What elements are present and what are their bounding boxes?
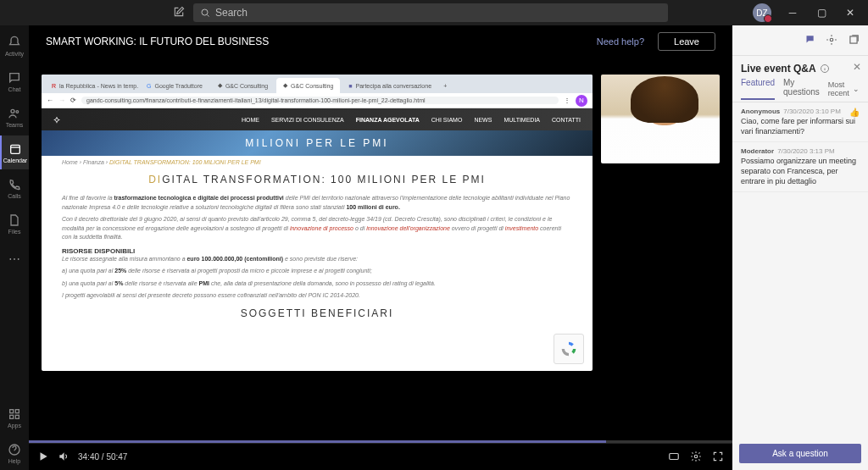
article-paragraph: Al fine di favorire la trasformazione te… — [62, 194, 572, 212]
qna-icon — [804, 34, 815, 46]
volume-button[interactable] — [58, 451, 70, 464]
files-icon — [8, 213, 21, 227]
qa-timestamp: 7/30/2020 3:10 PM — [783, 108, 841, 115]
rail-help[interactable]: Help — [0, 436, 29, 470]
qa-sort[interactable]: Most recent ⌄ — [828, 80, 868, 97]
site-nav-item[interactable]: HOME — [242, 117, 259, 123]
browser-tabstrip: Rla Repubblica - News in temp… GGoogle T… — [42, 75, 593, 93]
article-paragraph: a) una quota pari al 25% delle risorse è… — [62, 267, 572, 276]
recaptcha-badge — [554, 334, 584, 364]
window-close[interactable]: ✕ — [836, 0, 865, 25]
player-time: 34:40 / 50:47 — [78, 452, 127, 462]
svg-rect-6 — [10, 415, 14, 418]
site-nav-item[interactable]: SERVIZI DI CONSULENZA — [271, 117, 344, 123]
cc-button[interactable] — [668, 451, 680, 464]
browser-tab[interactable]: Rla Repubblica - News in temp… — [45, 78, 138, 93]
gear-icon — [690, 451, 702, 462]
rail-files[interactable]: Files — [0, 207, 29, 241]
settings-button[interactable] — [690, 451, 702, 464]
ask-question-button[interactable]: Ask a question — [739, 444, 861, 463]
url-field[interactable]: gandc-consulting.com/finanza/contributi-… — [81, 97, 559, 104]
rail-apps[interactable]: Apps — [0, 401, 29, 434]
site-nav-item[interactable]: NEWS — [474, 117, 492, 123]
article-subhead: SOGGETTI BENEFICIARI — [62, 307, 572, 319]
close-icon[interactable]: ✕ — [853, 61, 861, 73]
event-main: SMART WORKING: IL FUTURO DEL BUSINESS Ne… — [29, 25, 732, 470]
need-help-link[interactable]: Need help? — [597, 36, 644, 47]
help-icon — [8, 443, 21, 456]
qa-text: Ciao, come fare per informarsi sui vari … — [741, 117, 860, 136]
search-placeholder: Search — [215, 7, 248, 19]
qa-tool-qna[interactable] — [804, 34, 815, 47]
svg-point-1 — [11, 109, 14, 113]
info-icon[interactable] — [820, 64, 830, 74]
svg-rect-7 — [15, 415, 19, 418]
browser-addressbar: ← → ⟳ gandc-consulting.com/finanza/contr… — [42, 93, 593, 108]
window-maximize[interactable]: ▢ — [807, 0, 836, 25]
svg-rect-9 — [670, 453, 679, 459]
browser-tab[interactable]: ◆G&C Consulting — [211, 78, 275, 93]
profile-badge[interactable]: N — [576, 95, 587, 107]
svg-rect-4 — [10, 409, 14, 412]
svg-rect-3 — [11, 145, 20, 153]
browser-tab[interactable]: ◆G&C Consulting — [276, 78, 340, 93]
rail-teams[interactable]: Teams — [0, 100, 29, 134]
calendar-icon — [8, 142, 22, 156]
article-paragraph: I progetti agevolabili ai sensi del pres… — [62, 291, 572, 301]
play-button[interactable] — [37, 451, 49, 464]
like-icon[interactable]: 👍 — [849, 108, 860, 117]
app-rail: Activity Chat Teams Calendar Calls Files… — [0, 25, 29, 470]
article-paragraph: b) una quota pari al 5% delle risorse è … — [62, 279, 572, 289]
qa-text: Possiamo organizzare un meeting separato… — [741, 157, 860, 186]
site-nav-item[interactable]: CONTATTI — [552, 117, 581, 123]
site-nav-item[interactable]: CHI SIAMO — [431, 117, 463, 123]
rail-more[interactable]: ⋯ — [0, 242, 29, 276]
nav-reload-icon[interactable]: ⟳ — [70, 97, 76, 104]
article-body: DIGITAL TRANSFORMATION: 100 MILIONI PER … — [42, 169, 593, 331]
qa-title: Live event Q&A — [732, 56, 838, 78]
new-tab-button[interactable]: + — [437, 78, 453, 93]
article-paragraph: Con il decreto direttoriale del 9 giugno… — [62, 215, 572, 242]
qa-item[interactable]: Moderator7/30/2020 3:13 PM Possiamo orga… — [732, 142, 868, 192]
qa-timestamp: 7/30/2020 3:13 PM — [777, 147, 835, 155]
qa-list: 👍 Anonymous7/30/2020 3:10 PM Ciao, come … — [732, 102, 868, 437]
article-title: DIGITAL TRANSFORMATION: 100 MILIONI PER … — [62, 174, 572, 185]
rail-chat[interactable]: Chat — [0, 64, 29, 98]
bell-icon — [8, 36, 21, 49]
rail-calls[interactable]: Calls — [0, 171, 29, 205]
svg-point-0 — [202, 9, 208, 15]
qa-panel: Live event Q&A ✕ Featured My questions M… — [732, 25, 868, 470]
nav-fwd-icon[interactable]: → — [58, 97, 65, 104]
gear-icon — [826, 34, 837, 46]
volume-icon — [58, 451, 70, 462]
qa-tool-popout[interactable] — [848, 34, 860, 47]
leave-button[interactable]: Leave — [658, 32, 715, 51]
site-nav-item[interactable]: FINANZA AGEVOLATA — [356, 117, 420, 123]
video-stage: Rla Repubblica - News in temp… GGoogle T… — [29, 58, 732, 440]
qa-tool-settings[interactable] — [826, 34, 837, 47]
qa-tab-myquestions[interactable]: My questions — [783, 78, 820, 100]
recaptcha-icon — [560, 340, 577, 357]
svg-point-11 — [830, 38, 833, 41]
search-icon — [200, 8, 210, 18]
user-avatar[interactable]: DZ — [753, 3, 771, 22]
window-minimize[interactable]: ─ — [778, 0, 807, 25]
search-input[interactable]: Search — [193, 3, 668, 22]
extensions-icon[interactable]: ⋮ — [564, 97, 570, 104]
compose-icon[interactable] — [173, 6, 185, 20]
seek-bar-top[interactable] — [29, 440, 732, 443]
teams-icon — [8, 107, 21, 120]
event-title: SMART WORKING: IL FUTURO DEL BUSINESS — [46, 36, 269, 47]
rail-activity[interactable]: Activity — [0, 29, 29, 63]
browser-tab[interactable]: GGoogle Traduttore — [140, 78, 209, 93]
chat-icon — [8, 71, 21, 85]
qa-tab-featured[interactable]: Featured — [741, 78, 775, 100]
article-paragraph: Le risorse assegnate alla misura ammonta… — [62, 255, 572, 264]
site-nav-item[interactable]: MULTIMEDIA — [504, 117, 540, 123]
rail-calendar[interactable]: Calendar — [0, 135, 29, 169]
fullscreen-icon — [712, 451, 724, 462]
browser-tab[interactable]: ■Partecipa alla conversazione — [342, 78, 435, 93]
fullscreen-button[interactable] — [712, 451, 724, 464]
qa-item[interactable]: 👍 Anonymous7/30/2020 3:10 PM Ciao, come … — [732, 102, 868, 142]
nav-back-icon[interactable]: ← — [47, 97, 53, 104]
